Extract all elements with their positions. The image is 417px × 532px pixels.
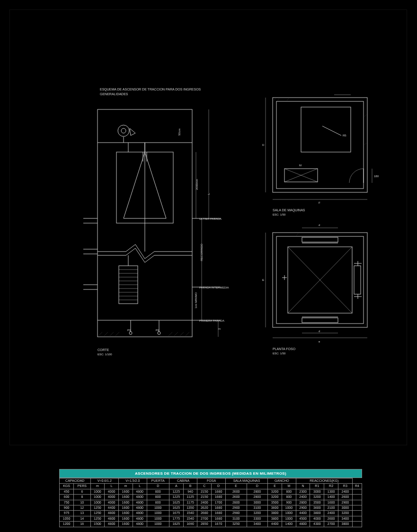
machine-room-view: F D M R5 180 SALA DE MAQUINAS ESC: 1/50 [262,95,379,216]
sub-header: D [212,484,226,489]
table-cell: 3200 [268,489,282,494]
table-cell: 2400 [338,489,352,494]
table-cell: 2600 [338,495,352,500]
table-cell: 1600 [119,522,133,527]
table-cell: 2900 [225,505,247,510]
group-header: GANCHO [268,478,296,484]
sub-header: R2 [324,484,338,489]
svg-rect-51 [273,98,367,192]
table-cell: 1000 [147,522,169,527]
table-cell: 1700 [212,500,226,505]
svg-line-59 [322,126,341,135]
svg-line-42 [115,332,119,336]
table-cell: 3800 [310,511,324,516]
table-cell: 1675 [169,511,183,516]
table-cell: 2900 [338,500,352,505]
table-cell: 2800 [247,489,268,494]
table-cell: 1250 [90,516,105,521]
table-cell: 4800 [133,522,147,527]
planta-foso-view: d d e E PLANTA FOSO ESC: 1/50 [262,224,367,355]
table-cell: 1175 [183,500,197,505]
section-caption1: CORTE [98,348,109,352]
sub-header: R1 [310,484,324,489]
group-header: PUERTA [147,478,169,484]
svg-line-71 [296,234,298,235]
table-cell: 4500 [296,516,310,521]
group-header-row: CAPACIDADV=0.6/1.2V=1.5/2.0PUERTACABINAF… [60,478,362,484]
table-cell: 16 [74,522,90,527]
label-intermedia: PARADA INTERMEDIA [199,286,229,289]
table-cell: 4300 [310,522,324,527]
table-row: 1050141250480016004800100017751540270016… [60,516,362,521]
pf-d-top: d [319,224,320,226]
table-cell: 1000 [147,505,169,510]
svg-rect-81 [354,266,361,294]
table-cell: 1000 [147,511,169,516]
table-cell: 4800 [133,500,147,505]
table-cell: 1625 [169,500,183,505]
table-cell: 2700 [324,522,338,527]
svg-line-55 [287,99,289,100]
sub-header: E [268,484,282,489]
table-cell: 4000 [105,489,119,494]
table-cell: 1670 [212,522,226,527]
sub-header-row: KGSPERSmLmLDABCDEDEMNR1R2R3R4 [60,484,362,489]
pf-e: e [319,340,320,343]
header-title-1: ESQUEMA DE ASCENSOR DE TRACCION PARA DOS… [100,88,201,91]
table-cell: 3300 [247,516,268,521]
table-cell: 3000 [310,489,324,494]
table-cell: 2700 [197,516,212,521]
table-cell: 3400 [338,516,352,521]
table-cell: 4400 [268,522,282,527]
header-title-2: GENERALIDADES [100,92,128,96]
table-cell: 1000 [90,489,105,494]
table-cell: 3600 [310,505,324,510]
table-cell: 1000 [282,505,296,510]
table-cell [352,505,362,510]
pf-E: E [262,279,264,281]
mr-M: M [299,164,302,167]
sub-header: E [225,484,247,489]
pf-d-bot: d [319,330,320,333]
table-cell: 3000 [247,500,268,505]
svg-line-54 [277,99,279,100]
table-cell: 2800 [247,495,268,500]
mr-caption1: SALA DE MAQUINAS [273,208,305,212]
table-cell: 4800 [133,505,147,510]
table-cell: 4400 [296,511,310,516]
svg-rect-58 [301,107,351,152]
section-caption2: ESC: 1/100 [98,353,112,356]
table-row: 6008100040001600480080012251125215016802… [60,495,362,500]
table-cell: 1000 [90,500,105,505]
table-cell: 4400 [105,505,119,510]
sub-header: R3 [338,484,352,489]
table-cell: 3400 [247,522,268,527]
table-cell: 1000 [282,511,296,516]
table-cell: 4000 [310,516,324,521]
table-cell: 4000 [105,495,119,500]
table-cell: 2680 [197,511,212,516]
table-cell: 1775 [169,516,183,521]
sub-header: m [119,484,133,489]
table-cell: 2400 [197,500,212,505]
table-cell: 1225 [169,495,183,500]
table-cell: 4800 [105,522,119,527]
table-cell: 1000 [282,516,296,521]
table-cell: 1600 [119,516,133,521]
table-cell: 2400 [296,495,310,500]
table-cell: 4800 [133,516,147,521]
table-cell: 3200 [268,495,282,500]
spec-table-container: ASCENSORES DE TRACCION DE DOS INGRESOS (… [59,469,362,527]
svg-line-57 [364,143,366,145]
table-cell: 3000 [338,505,352,510]
label-p1: P1 [127,329,131,332]
svg-line-56 [364,115,366,117]
sub-header: m [90,484,105,489]
pf-caption2: ESC: 1/50 [273,352,286,355]
table-cell: 2150 [197,495,212,500]
table-cell: 3200 [310,495,324,500]
group-header: SALA MAQUINAS [225,478,267,484]
table-row: 9001212504400160048001000162513502620168… [60,505,362,510]
svg-rect-79 [302,318,338,323]
svg-line-40 [104,332,108,336]
